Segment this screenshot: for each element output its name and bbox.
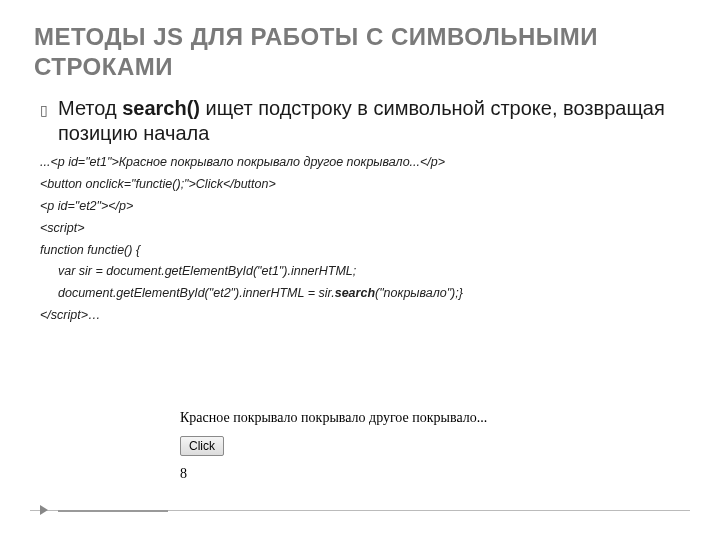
bullet-pre: Метод: [58, 97, 122, 119]
code-block: ...<p id="et1">Красное покрывало покрыва…: [40, 152, 686, 327]
code-line-6: var sir = document.getElementById("et1")…: [40, 261, 686, 283]
code-l7b: ("покрывало");}: [375, 286, 463, 300]
demo-output: Красное покрывало покрывало другое покры…: [180, 410, 580, 482]
code-line-7: document.getElementById("et2").innerHTML…: [40, 283, 686, 305]
triangle-icon: [40, 505, 48, 515]
slide-title: МЕТОДЫ JS ДЛЯ РАБОТЫ С СИМВОЛЬНЫМИ СТРОК…: [34, 22, 686, 82]
code-l7-method: search: [335, 286, 375, 300]
bullet-item: ▯ Метод search() ищет подстроку в символ…: [40, 96, 686, 146]
code-line-4: <script>: [40, 218, 686, 240]
footer-decoration: [30, 504, 690, 518]
demo-click-button[interactable]: Click: [180, 436, 224, 456]
code-line-1: ...<p id="et1">Красное покрывало покрыва…: [40, 152, 686, 174]
code-line-2: <button onclick="functie();">Click</butt…: [40, 174, 686, 196]
code-line-3: <p id="et2"></p>: [40, 196, 686, 218]
bullet-method: search(): [122, 97, 200, 119]
bullet-marker-icon: ▯: [40, 102, 48, 118]
bullet-text: Метод search() ищет подстроку в символьн…: [58, 96, 686, 146]
demo-paragraph: Красное покрывало покрывало другое покры…: [180, 410, 580, 426]
slide-container: МЕТОДЫ JS ДЛЯ РАБОТЫ С СИМВОЛЬНЫМИ СТРОК…: [0, 0, 720, 327]
code-line-8: </script>…: [40, 305, 686, 327]
demo-result: 8: [180, 466, 580, 482]
code-line-5: function functie() {: [40, 240, 686, 262]
footer-line-accent: [58, 510, 168, 512]
code-l7a: document.getElementById("et2").innerHTML…: [58, 286, 335, 300]
